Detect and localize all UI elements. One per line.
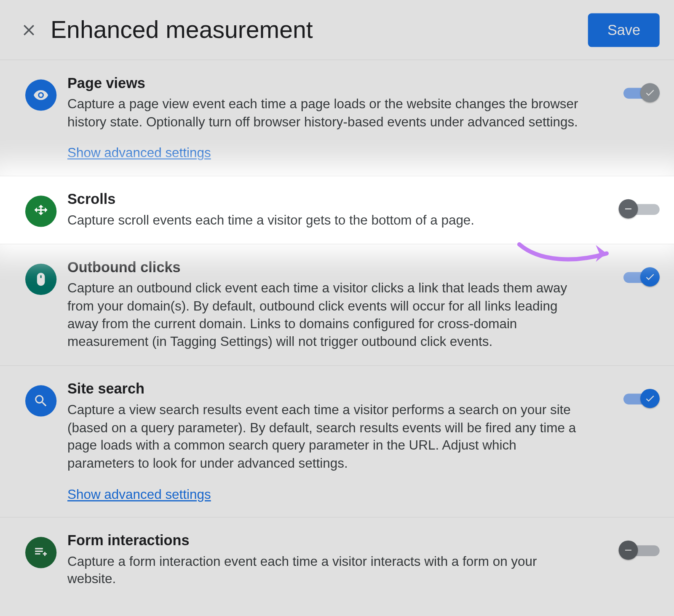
- item-title: Site search: [67, 380, 584, 397]
- item-outbound-clicks: Outbound clicks Capture an outbound clic…: [0, 244, 674, 366]
- item-description: Capture scroll events each time a visito…: [67, 212, 584, 229]
- minus-icon: [619, 540, 638, 560]
- toggle-page-views[interactable]: [619, 83, 660, 102]
- toggle-form-interactions[interactable]: [619, 540, 660, 560]
- show-advanced-link[interactable]: Show advanced settings: [67, 145, 211, 161]
- item-form-interactions: Form interactions Capture a form interac…: [0, 517, 674, 603]
- search-icon: [25, 385, 56, 416]
- check-icon: [640, 389, 660, 408]
- close-icon[interactable]: [14, 15, 43, 44]
- item-title: Form interactions: [67, 532, 584, 549]
- item-title: Scrolls: [67, 191, 584, 208]
- item-title: Page views: [67, 75, 584, 91]
- item-description: Capture a form interaction event each ti…: [67, 552, 584, 588]
- eye-icon: [25, 80, 56, 111]
- item-scrolls: Scrolls Capture scroll events each time …: [0, 176, 674, 244]
- item-description: Capture an outbound click event each tim…: [67, 279, 584, 351]
- check-icon: [640, 267, 660, 287]
- minus-icon: [619, 199, 638, 219]
- toggle-scrolls[interactable]: [619, 199, 660, 219]
- mouse-icon: [25, 264, 56, 295]
- item-description: Capture a view search results event each…: [67, 401, 584, 472]
- show-advanced-link[interactable]: Show advanced settings: [67, 487, 211, 502]
- item-description: Capture a page view event each time a pa…: [67, 95, 584, 131]
- scroll-icon: [25, 196, 56, 227]
- item-title: Outbound clicks: [67, 259, 584, 276]
- check-icon: [640, 83, 660, 102]
- toggle-site-search[interactable]: [619, 389, 660, 408]
- dialog-header: Enhanced measurement Save: [0, 0, 674, 60]
- measurement-list: Page views Capture a page view event eac…: [0, 60, 674, 603]
- save-button[interactable]: Save: [588, 13, 660, 47]
- item-site-search: Site search Capture a view search result…: [0, 366, 674, 517]
- toggle-outbound-clicks[interactable]: [619, 267, 660, 287]
- form-icon: [25, 537, 56, 568]
- item-page-views: Page views Capture a page view event eac…: [0, 60, 674, 176]
- page-title: Enhanced measurement: [51, 16, 313, 43]
